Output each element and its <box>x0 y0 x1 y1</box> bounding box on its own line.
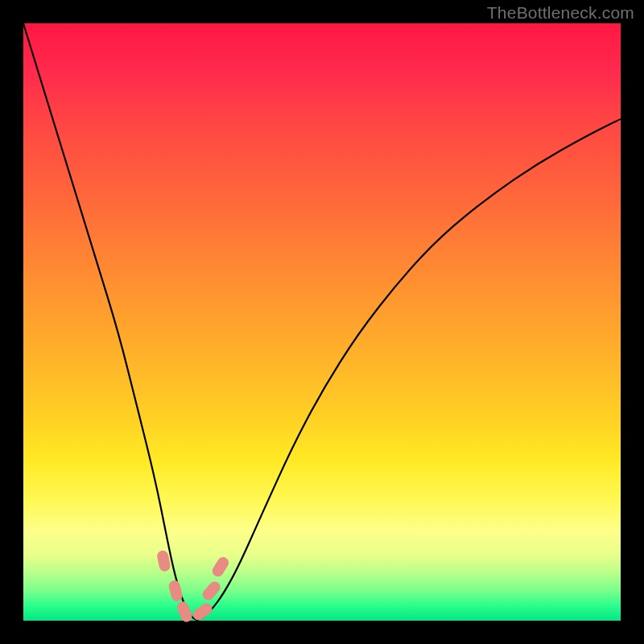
curve-marker <box>156 550 171 572</box>
curve-markers <box>156 550 231 624</box>
curve-marker <box>210 555 231 578</box>
chart-svg <box>23 23 621 621</box>
watermark-text: TheBottleneck.com <box>487 3 634 23</box>
bottleneck-curve <box>23 23 621 620</box>
curve-marker <box>175 600 194 623</box>
chart-frame: TheBottleneck.com <box>0 0 644 644</box>
curve-marker <box>167 580 184 603</box>
plot-area <box>23 23 621 621</box>
